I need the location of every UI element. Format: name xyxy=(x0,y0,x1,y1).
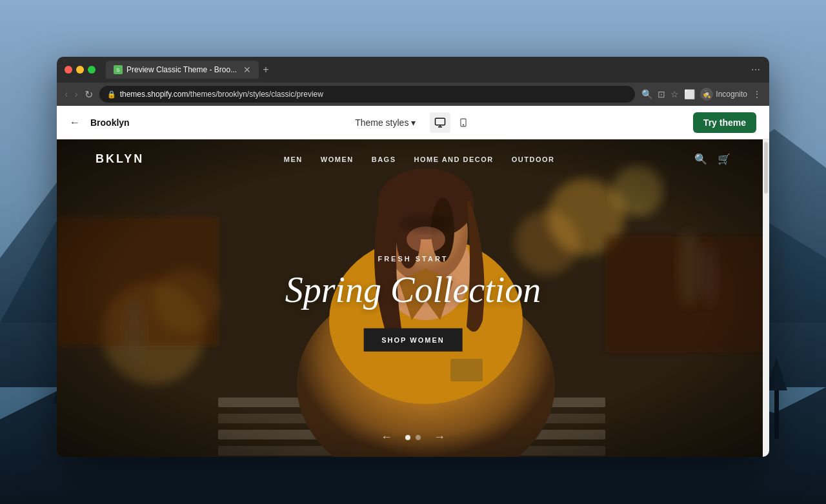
incognito-icon: 🕵 xyxy=(700,88,713,101)
bookmark-icon[interactable]: ☆ xyxy=(670,89,679,99)
chrome-tab-bar: S Preview Classic Theme - Broo... ✕ + ⋯ xyxy=(57,57,769,83)
maximize-window-button[interactable] xyxy=(88,66,96,74)
hero-title: Spring Collection xyxy=(285,270,541,310)
menu-link-home[interactable]: HOME AND DECOR xyxy=(414,156,493,163)
chrome-minimize-icon[interactable]: ⋯ xyxy=(750,63,761,76)
menu-item-bags[interactable]: BAGS xyxy=(372,153,396,165)
search-icon[interactable]: 🔍 xyxy=(694,153,707,165)
menu-item-home[interactable]: HOME AND DECOR xyxy=(414,153,493,165)
svg-rect-7 xyxy=(774,387,779,439)
theme-styles-label: Theme styles xyxy=(355,117,408,128)
shop-navigation: BKLYN MEN WOMEN BAGS HOME AND DECOR OUTD… xyxy=(57,139,769,178)
back-to-themes-button[interactable]: ← xyxy=(70,117,80,128)
menu-item-outdoor[interactable]: OUTDOOR xyxy=(512,153,555,165)
incognito-button[interactable]: 🕵 Incognito xyxy=(700,88,747,101)
traffic-lights xyxy=(65,66,96,74)
tab-title: Preview Classic Theme - Broo... xyxy=(126,65,237,74)
hero-cta-button[interactable]: SHOP WOMEN xyxy=(363,328,462,351)
browser-scrollbar[interactable] xyxy=(763,139,769,457)
hero-subtitle: FRESH START xyxy=(285,255,541,263)
reload-button[interactable]: ↻ xyxy=(85,88,93,101)
menu-link-women[interactable]: WOMEN xyxy=(321,156,354,163)
tab-close-button[interactable]: ✕ xyxy=(243,65,251,75)
active-tab[interactable]: S Preview Classic Theme - Broo... ✕ xyxy=(106,61,259,79)
device-toggle-buttons xyxy=(430,112,474,133)
mobile-view-button[interactable] xyxy=(453,112,474,133)
chrome-controls: ⋯ xyxy=(750,63,761,76)
dropdown-chevron-icon: ▾ xyxy=(411,117,416,128)
new-tab-button[interactable]: + xyxy=(263,64,268,76)
carousel-dots xyxy=(405,435,421,440)
theme-styles-dropdown[interactable]: Theme styles ▾ xyxy=(348,114,422,132)
website-preview: BKLYN MEN WOMEN BAGS HOME AND DECOR OUTD… xyxy=(57,139,769,457)
url-text: themes.shopify.com/themes/brooklyn/style… xyxy=(120,90,323,99)
menu-item-women[interactable]: WOMEN xyxy=(321,153,354,165)
forward-button[interactable]: › xyxy=(74,88,77,100)
url-bar[interactable]: 🔒 themes.shopify.com/themes/brooklyn/sty… xyxy=(99,86,636,103)
cart-icon[interactable]: 🛒 xyxy=(718,153,730,165)
menu-link-men[interactable]: MEN xyxy=(284,156,303,163)
browser-window: S Preview Classic Theme - Broo... ✕ + ⋯ … xyxy=(57,57,769,457)
menu-link-bags[interactable]: BAGS xyxy=(372,156,396,163)
url-domain: themes.shopify.com xyxy=(120,90,188,99)
carousel-dot-2[interactable] xyxy=(416,435,421,440)
incognito-label: Incognito xyxy=(716,90,747,99)
tab-bar: S Preview Classic Theme - Broo... ✕ + xyxy=(106,61,745,79)
cast-icon[interactable]: ⊡ xyxy=(658,89,665,99)
scrollbar-thumb[interactable] xyxy=(764,142,768,194)
browser-actions: 🔍 ⊡ ☆ ⬜ 🕵 Incognito ⋮ xyxy=(641,88,761,101)
url-path: /themes/brooklyn/styles/classic/preview xyxy=(188,90,323,99)
try-theme-button[interactable]: Try theme xyxy=(693,112,756,133)
carousel-controls: ← → xyxy=(57,430,769,444)
address-bar: ‹ › ↻ 🔒 themes.shopify.com/themes/brookl… xyxy=(57,83,769,106)
hero-content: FRESH START Spring Collection SHOP WOMEN xyxy=(285,255,541,352)
carousel-prev-button[interactable]: ← xyxy=(381,430,392,444)
minimize-window-button[interactable] xyxy=(76,66,84,74)
preview-header-center: Theme styles ▾ xyxy=(140,112,683,133)
shop-action-icons: 🔍 🛒 xyxy=(694,153,730,165)
more-options-icon[interactable]: ⋮ xyxy=(752,89,761,99)
menu-link-outdoor[interactable]: OUTDOOR xyxy=(512,156,555,163)
tab-favicon: S xyxy=(114,65,123,74)
shop-logo: BKLYN xyxy=(96,152,144,166)
shop-menu: MEN WOMEN BAGS HOME AND DECOR OUTDOOR xyxy=(284,153,555,165)
back-button[interactable]: ‹ xyxy=(65,88,68,100)
svg-point-13 xyxy=(463,124,464,125)
carousel-dot-1[interactable] xyxy=(405,435,410,440)
preview-header: ← Brooklyn Theme styles ▾ xyxy=(57,106,769,139)
search-icon[interactable]: 🔍 xyxy=(641,89,652,99)
security-icon: 🔒 xyxy=(107,90,116,99)
theme-name-title: Brooklyn xyxy=(90,117,130,128)
carousel-next-button[interactable]: → xyxy=(434,430,445,444)
close-window-button[interactable] xyxy=(65,66,72,74)
tab-manage-icon[interactable]: ⬜ xyxy=(684,89,695,99)
menu-item-men[interactable]: MEN xyxy=(284,153,303,165)
svg-rect-11 xyxy=(436,118,445,125)
desktop-view-button[interactable] xyxy=(430,112,450,133)
